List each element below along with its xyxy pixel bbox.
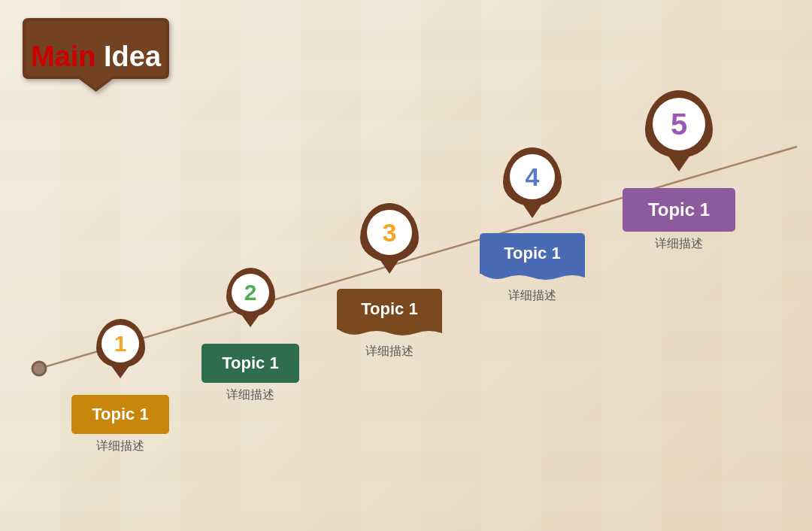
topic-label-3: Topic 1 (361, 299, 417, 319)
topic-label-1: Topic 1 (92, 405, 148, 424)
topic-box-4-wrapper: Topic 1 (480, 233, 585, 284)
topic-box-1: Topic 1 (71, 395, 169, 434)
map-pin-4: 4 (503, 147, 562, 206)
map-pin-2: 2 (226, 268, 275, 317)
pins-container: 1 Topic 1 详细描述 2 Topic 1 详细描述 (0, 0, 812, 531)
pin-number-3: 3 (367, 210, 412, 255)
detail-1: 详细描述 (71, 438, 169, 454)
badge-text: Main Idea (31, 41, 161, 73)
topic-label-4: Topic 1 (504, 244, 560, 263)
idea-word: Idea (104, 41, 161, 72)
pin-group-4: 4 Topic 1 详细描述 (480, 147, 585, 304)
pin-number-1: 1 (102, 325, 139, 363)
pin-circle-1: 1 (96, 319, 145, 368)
pin-circle-5: 5 (645, 90, 713, 158)
detail-4: 详细描述 (480, 288, 585, 304)
detail-2: 详细描述 (201, 387, 299, 403)
pin-number-2: 2 (232, 274, 269, 311)
topic-box-5-container: Topic 1 详细描述 (623, 182, 735, 252)
detail-3: 详细描述 (337, 344, 442, 360)
pin-circle-4: 4 (503, 147, 562, 206)
detail-5: 详细描述 (623, 236, 735, 252)
pin-number-4: 4 (510, 154, 555, 199)
topic-box-2: Topic 1 (201, 344, 299, 383)
pin-group-3: 3 Topic 1 详细描述 (337, 203, 442, 360)
topic-box-1-container: Topic 1 详细描述 (71, 389, 169, 454)
pin-group-2: 2 Topic 1 详细描述 (201, 268, 299, 403)
topic-box-3: Topic 1 (337, 289, 442, 329)
topic-box-2-container: Topic 1 详细描述 (201, 338, 299, 403)
topic-label-5: Topic 1 (648, 199, 710, 220)
topic-box-3-wrapper: Topic 1 (337, 289, 442, 339)
pin-group-1: 1 Topic 1 详细描述 (71, 319, 169, 454)
topic-box-4: Topic 1 (480, 233, 585, 274)
topic-box-5: Topic 1 (623, 188, 735, 232)
map-pin-1: 1 (96, 319, 145, 368)
topic-box-3-container: Topic 1 详细描述 (337, 283, 442, 360)
main-word: Main (31, 41, 96, 72)
map-pin-3: 3 (360, 203, 419, 262)
wavy-bottom-3 (337, 329, 442, 339)
pin-number-5: 5 (653, 98, 705, 150)
pin-circle-3: 3 (360, 203, 419, 262)
pin-group-5: 5 Topic 1 详细描述 (623, 90, 735, 252)
topic-label-2: Topic 1 (222, 353, 278, 373)
wavy-bottom-4 (480, 273, 585, 284)
topic-box-4-container: Topic 1 详细描述 (480, 227, 585, 304)
pin-circle-2: 2 (226, 268, 275, 317)
map-pin-5: 5 (645, 90, 713, 158)
